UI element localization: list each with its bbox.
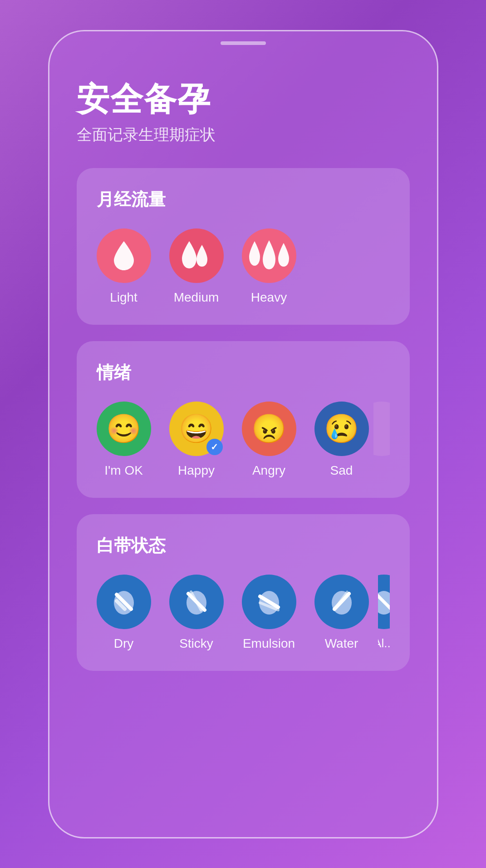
mood-item-angry[interactable]: 😠 Angry <box>242 402 296 478</box>
discharge-item-water[interactable]: Water <box>314 575 369 651</box>
header: 安全备孕 全面记录生理期症状 <box>77 81 410 145</box>
discharge-sticky-icon <box>180 585 213 618</box>
mood-section-card: 情绪 😊 I'm OK 😄 Happy 😠 Angry <box>77 341 410 498</box>
discharge-emulsion-icon <box>253 585 285 618</box>
discharge-water-icon <box>325 585 358 618</box>
discharge-water-button[interactable] <box>314 575 369 629</box>
discharge-more-label: Al... <box>378 636 390 650</box>
mood-item-happy[interactable]: 😄 Happy <box>169 402 224 478</box>
mood-happy-check-badge <box>206 439 223 455</box>
mood-angry-label: Angry <box>252 463 285 478</box>
flow-medium-button[interactable] <box>169 228 224 283</box>
discharge-sticky-label: Sticky <box>179 636 213 651</box>
mood-happy-label: Happy <box>178 463 215 478</box>
mood-item-sad[interactable]: 😢 Sad <box>314 402 369 478</box>
flow-light-button[interactable] <box>97 228 151 283</box>
flow-item-heavy[interactable]: Heavy <box>242 228 296 305</box>
mood-angry-emoji: 😠 <box>251 415 286 443</box>
discharge-emulsion-label: Emulsion <box>243 636 295 651</box>
mood-sad-emoji: 😢 <box>324 415 359 443</box>
discharge-more-button[interactable] <box>378 575 390 629</box>
phone-notch <box>221 41 266 45</box>
mood-sad-label: Sad <box>330 463 353 478</box>
discharge-dry-label: Dry <box>114 636 134 651</box>
discharge-item-sticky[interactable]: Sticky <box>169 575 224 651</box>
flow-light-label: Light <box>110 290 137 305</box>
drop-light-icon <box>110 239 137 272</box>
discharge-item-emulsion[interactable]: Emulsion <box>242 575 296 651</box>
discharge-items-row: Dry Sticky <box>97 575 390 651</box>
discharge-dry-button[interactable] <box>97 575 151 629</box>
drop-medium-icon <box>178 239 215 272</box>
discharge-water-label: Water <box>325 636 358 651</box>
flow-section-card: 月经流量 Light Medium <box>77 168 410 325</box>
mood-ok-button[interactable]: 😊 <box>97 402 151 456</box>
mood-section-title: 情绪 <box>97 361 390 384</box>
mood-more-button[interactable] <box>373 402 390 456</box>
mood-happy-emoji: 😄 <box>179 415 214 443</box>
phone-frame: 安全备孕 全面记录生理期症状 月经流量 Light <box>48 30 438 838</box>
mood-ok-label: I'm OK <box>104 463 143 478</box>
discharge-section-title: 白带状态 <box>97 534 390 557</box>
mood-item-ok[interactable]: 😊 I'm OK <box>97 402 151 478</box>
app-title: 安全备孕 <box>77 81 410 117</box>
discharge-dry-icon <box>108 585 140 618</box>
flow-medium-label: Medium <box>174 290 219 305</box>
discharge-section-card: 白带状态 Dry <box>77 514 410 671</box>
app-subtitle: 全面记录生理期症状 <box>77 124 410 145</box>
mood-happy-button[interactable]: 😄 <box>169 402 224 456</box>
discharge-more-icon <box>378 585 390 618</box>
flow-items-row: Light Medium <box>97 228 390 305</box>
discharge-item-dry[interactable]: Dry <box>97 575 151 651</box>
mood-sad-button[interactable]: 😢 <box>314 402 369 456</box>
discharge-emulsion-button[interactable] <box>242 575 296 629</box>
mood-items-row: 😊 I'm OK 😄 Happy 😠 Angry 😢 <box>97 402 390 478</box>
flow-item-medium[interactable]: Medium <box>169 228 224 305</box>
drop-heavy-icon <box>247 239 291 272</box>
flow-heavy-label: Heavy <box>251 290 287 305</box>
discharge-item-more[interactable]: Al... <box>378 575 390 651</box>
mood-angry-button[interactable]: 😠 <box>242 402 296 456</box>
flow-heavy-button[interactable] <box>242 228 296 283</box>
flow-item-light[interactable]: Light <box>97 228 151 305</box>
mood-ok-emoji: 😊 <box>106 415 141 443</box>
mood-item-more[interactable] <box>373 402 390 478</box>
flow-section-title: 月经流量 <box>97 188 390 211</box>
discharge-sticky-button[interactable] <box>169 575 224 629</box>
